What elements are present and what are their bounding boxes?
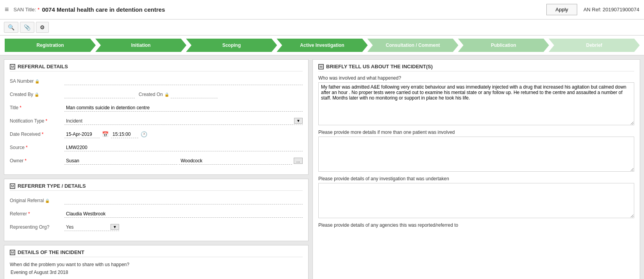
search-icon: 🔍 (8, 24, 14, 30)
right-panel: M BRIEFLY TELL US ABOUT THE INCIDENT(S) … (312, 59, 640, 279)
progress-step-label: Initiation (131, 43, 151, 48)
owner-row: Owner * ... (10, 156, 303, 166)
owner-first-input[interactable] (64, 157, 177, 165)
created-by-value: Created On 🔒 (64, 91, 303, 98)
notification-type-row: Notification Type * Incident ▼ (10, 116, 303, 126)
source-label: Source * (10, 145, 64, 150)
progress-step-registration[interactable]: Registration (5, 39, 96, 52)
referrer-value (64, 210, 303, 218)
san-required-marker: * (37, 7, 39, 12)
created-by-input[interactable] (64, 91, 135, 98)
title-row: Title * (10, 103, 303, 113)
source-input[interactable] (64, 144, 303, 151)
time-input[interactable] (111, 131, 138, 138)
notification-type-label: Notification Type * (10, 118, 64, 124)
owner-label: Owner * (10, 158, 64, 163)
sa-number-lock-icon: 🔒 (35, 79, 39, 84)
progress-step-investigation[interactable]: Active Investigation (277, 39, 367, 52)
apply-button[interactable]: Apply (546, 4, 577, 15)
created-on-input[interactable] (171, 91, 218, 98)
representing-org-text: Yes (64, 224, 111, 231)
attachment-icon: 📎 (24, 24, 30, 30)
date-required: * (42, 132, 44, 137)
sa-number-row: SA Number 🔒 (10, 76, 303, 86)
right-a1-textarea[interactable]: My father was admitted A&E following ver… (318, 82, 634, 125)
sa-number-label: SA Number 🔒 (10, 78, 64, 84)
an-ref: AN Ref: 2019071900074 (583, 7, 639, 12)
referrer-row: Referrer * (10, 209, 303, 219)
search-button[interactable]: 🔍 (4, 22, 18, 33)
incident-description-section: M BRIEFLY TELL US ABOUT THE INCIDENT(S) … (312, 59, 640, 279)
left-panel: M REFERRAL DETAILS SA Number 🔒 Created B… (4, 59, 309, 279)
notification-type-dropdown-btn[interactable]: ▼ (294, 118, 303, 124)
date-received-value: 📅 🕐 (64, 131, 303, 138)
sa-number-input[interactable] (64, 78, 303, 85)
progress-step-label: Active Investigation (300, 43, 344, 48)
clock-icon[interactable]: 🕐 (141, 131, 147, 137)
settings-button[interactable]: ⚙ (36, 22, 49, 33)
right-q4-label: Please provide details of any agencies t… (318, 222, 634, 228)
notification-type-select-wrapper: Incident ▼ (64, 117, 303, 125)
title-input[interactable] (64, 104, 303, 112)
right-a2-textarea[interactable] (318, 137, 634, 172)
notification-type-value: Incident ▼ (64, 117, 303, 125)
representing-org-dropdown-btn[interactable]: ▼ (111, 224, 119, 230)
progress-step-consultation[interactable]: Consultation / Comment (367, 39, 458, 52)
incident-description-title: M BRIEFLY TELL US ABOUT THE INCIDENT(S) (318, 64, 634, 71)
original-referral-label: Original Referral 🔒 (10, 198, 64, 203)
date-received-label: Date Received * (10, 132, 64, 137)
representing-org-select-wrapper: Yes ▼ (64, 224, 119, 231)
right-q1-label: Who was involved and what happened? (318, 75, 634, 81)
representing-org-row: Representing Org? Yes ▼ (10, 222, 303, 232)
progress-step-debrief[interactable]: Debrief (549, 39, 640, 52)
created-by-lock-icon: 🔒 (34, 92, 39, 97)
progress-step-publication[interactable]: Publication (458, 39, 549, 52)
owner-picker-button[interactable]: ... (294, 158, 303, 164)
incident-question-1: When did the problem you want to share w… (10, 262, 303, 267)
title-value (64, 104, 303, 112)
notification-required: * (46, 118, 48, 124)
referrer-input[interactable] (64, 210, 303, 218)
progress-step-initiation[interactable]: Initiation (95, 39, 186, 52)
progress-step-label: Publication (491, 43, 516, 48)
owner-value: ... (64, 157, 303, 165)
incident-details-title: M DETAILS OF THE INCIDENT (10, 249, 303, 257)
owner-required: * (25, 158, 27, 163)
date-input[interactable] (64, 131, 100, 138)
progress-step-scoping[interactable]: Scoping (186, 39, 277, 52)
progress-bar: Registration Initiation Scoping Active I… (0, 36, 644, 55)
progress-step-label: Scoping (222, 43, 241, 48)
top-bar: ≡ SAN Title: * 0074 Mental health care i… (0, 0, 644, 20)
representing-org-value: Yes ▼ (64, 224, 303, 231)
incident-answer-1: Evening of August 3rd 2018 (10, 270, 303, 275)
incident-details-section: M DETAILS OF THE INCIDENT When did the p… (4, 245, 309, 279)
menu-icon: ≡ (5, 5, 9, 14)
progress-step-label: Registration (37, 43, 64, 48)
created-by-label: Created By 🔒 (10, 92, 64, 97)
source-value (64, 144, 303, 151)
incident-checkbox-icon: M (10, 250, 15, 255)
progress-step-label: Consultation / Comment (386, 43, 440, 48)
original-referral-lock-icon: 🔒 (45, 199, 50, 203)
source-required: * (26, 145, 28, 150)
san-title-label: SAN Title: (14, 7, 36, 12)
toolbar: 🔍 📎 ⚙ (0, 20, 644, 36)
right-a3-textarea[interactable] (318, 183, 634, 218)
notification-type-text: Incident (64, 117, 294, 124)
calendar-icon[interactable]: 📅 (102, 131, 109, 137)
referrer-label: Referrer * (10, 211, 64, 217)
representing-org-label: Representing Org? (10, 224, 64, 230)
source-row: Source * (10, 142, 303, 153)
attachment-button[interactable]: 📎 (20, 22, 34, 33)
created-on-item: Created On 🔒 (139, 91, 218, 98)
title-label: Title * (10, 105, 64, 110)
referral-checkbox-icon: M (10, 64, 15, 69)
san-title-value: 0074 Mental health care in detention cen… (42, 6, 165, 13)
created-on-label: Created On (139, 92, 163, 97)
created-on-lock-icon: 🔒 (164, 92, 169, 97)
original-referral-input[interactable] (64, 197, 303, 204)
main-content: M REFERRAL DETAILS SA Number 🔒 Created B… (0, 55, 644, 279)
created-row: Created By 🔒 Created On 🔒 (10, 89, 303, 100)
referrer-details-title: M REFERRER TYPE / DETAILS (10, 183, 303, 191)
owner-last-input[interactable] (179, 157, 292, 165)
